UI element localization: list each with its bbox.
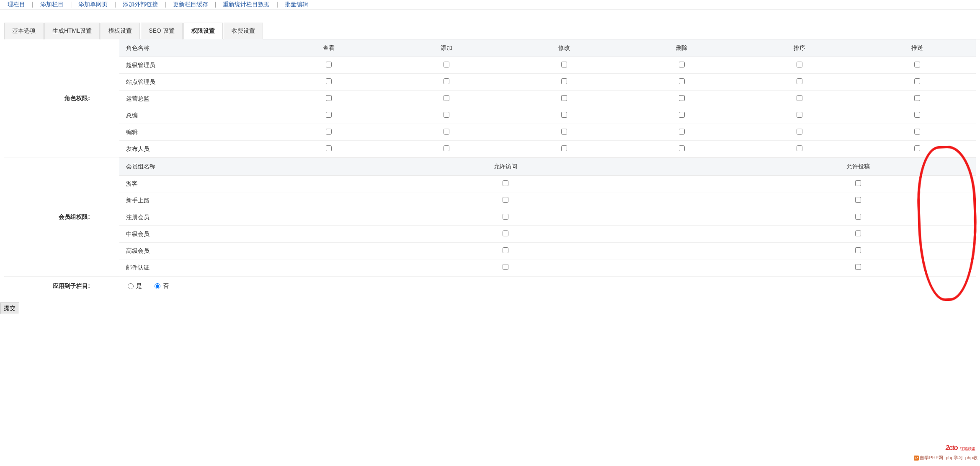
cb-add[interactable] (444, 78, 449, 84)
role-section-label: 角色权限: (4, 39, 119, 158)
cb-add[interactable] (444, 145, 449, 151)
cb-sort[interactable] (797, 129, 802, 135)
role-name: 站点管理员 (119, 78, 270, 86)
tab-fee[interactable]: 收费设置 (224, 23, 263, 39)
cb-sort[interactable] (797, 112, 802, 118)
tab-seo[interactable]: SEO 设置 (141, 23, 182, 39)
cb-submit[interactable] (855, 230, 861, 236)
member-name: 邮件认证 (119, 264, 270, 272)
cb-submit[interactable] (855, 197, 861, 203)
cb-access[interactable] (503, 247, 508, 253)
apply-label: 应用到子栏目: (4, 282, 119, 290)
cb-edit[interactable] (561, 112, 567, 118)
tab-basic[interactable]: 基本选项 (4, 23, 44, 39)
role-header-edit: 修改 (505, 44, 623, 52)
cb-sort[interactable] (797, 145, 802, 151)
role-header-view: 查看 (270, 44, 388, 52)
topnav-item[interactable]: 批量编辑 (281, 0, 312, 9)
cb-edit[interactable] (561, 145, 567, 151)
top-nav: 理栏目| 添加栏目| 添加单网页| 添加外部链接| 更新栏目缓存| 重新统计栏目… (0, 0, 980, 10)
cb-submit[interactable] (855, 264, 861, 270)
topnav-item[interactable]: 理栏目 (4, 0, 28, 9)
tab-html[interactable]: 生成HTML设置 (44, 23, 100, 39)
cb-edit[interactable] (561, 78, 567, 84)
cb-access[interactable] (503, 264, 508, 270)
cb-push[interactable] (914, 129, 920, 135)
member-name: 新手上路 (119, 197, 270, 205)
cb-submit[interactable] (855, 180, 861, 186)
topnav-item[interactable]: 重新统计栏目数据 (219, 0, 273, 9)
topnav-item[interactable]: 添加单网页 (75, 0, 111, 9)
cb-add[interactable] (444, 95, 449, 101)
topnav-item[interactable]: 添加外部链接 (119, 0, 161, 9)
role-name: 总编 (119, 112, 270, 119)
cb-delete[interactable] (679, 145, 685, 151)
cb-view[interactable] (326, 95, 332, 101)
cb-delete[interactable] (679, 112, 685, 118)
cb-edit[interactable] (561, 95, 567, 101)
cb-access[interactable] (503, 230, 508, 236)
member-row: 游客 (119, 176, 976, 192)
cb-add[interactable] (444, 112, 449, 118)
role-table: 角色名称 查看 添加 修改 删除 排序 推送 超级管理员 站点管理员 (119, 39, 976, 158)
role-row: 总编 (119, 107, 976, 124)
cb-view[interactable] (326, 62, 332, 67)
cb-push[interactable] (914, 62, 920, 67)
cb-access[interactable] (503, 197, 508, 203)
cb-sort[interactable] (797, 95, 802, 101)
cb-submit[interactable] (855, 214, 861, 220)
member-name: 中级会员 (119, 230, 270, 238)
tabs-bar: 基本选项 生成HTML设置 模板设置 SEO 设置 权限设置 收费设置 (4, 22, 980, 39)
role-header-add: 添加 (388, 44, 505, 52)
role-row: 站点管理员 (119, 74, 976, 91)
submit-button[interactable]: 提交 (0, 303, 19, 314)
tab-template[interactable]: 模板设置 (101, 23, 140, 39)
cb-view[interactable] (326, 78, 332, 84)
member-row: 注册会员 (119, 209, 976, 226)
role-header-sort: 排序 (740, 44, 858, 52)
cb-delete[interactable] (679, 95, 685, 101)
cb-push[interactable] (914, 95, 920, 101)
cb-edit[interactable] (561, 62, 567, 67)
role-header-push: 推送 (858, 44, 976, 52)
cb-access[interactable] (503, 214, 508, 220)
role-row: 运营总监 (119, 91, 976, 107)
member-header-access: 允许访问 (270, 163, 740, 171)
role-row: 超级管理员 (119, 57, 976, 74)
member-header-submit: 允许投稿 (740, 163, 976, 171)
cb-push[interactable] (914, 112, 920, 118)
cb-push[interactable] (914, 78, 920, 84)
radio-no-input[interactable] (155, 283, 160, 289)
cb-access[interactable] (503, 180, 508, 186)
role-row: 编辑 (119, 124, 976, 141)
cb-delete[interactable] (679, 129, 685, 135)
cb-view[interactable] (326, 145, 332, 151)
cb-submit[interactable] (855, 247, 861, 253)
member-row: 新手上路 (119, 192, 976, 209)
member-permission-section: 会员组权限: 会员组名称 允许访问 允许投稿 游客 新手上路 注册会员 (4, 158, 976, 276)
radio-no[interactable]: 否 (155, 282, 169, 290)
member-name: 高级会员 (119, 247, 270, 255)
cb-add[interactable] (444, 129, 449, 135)
cb-add[interactable] (444, 62, 449, 67)
cb-delete[interactable] (679, 62, 685, 67)
member-row: 高级会员 (119, 243, 976, 259)
member-name: 注册会员 (119, 214, 270, 221)
member-section-label: 会员组权限: (4, 158, 119, 276)
cb-delete[interactable] (679, 78, 685, 84)
cb-view[interactable] (326, 129, 332, 135)
cb-push[interactable] (914, 145, 920, 151)
role-row: 发布人员 (119, 141, 976, 158)
cb-edit[interactable] (561, 129, 567, 135)
cb-view[interactable] (326, 112, 332, 118)
tab-permission[interactable]: 权限设置 (183, 23, 223, 39)
role-header-name: 角色名称 (119, 44, 270, 52)
radio-yes-input[interactable] (128, 283, 134, 289)
topnav-item[interactable]: 添加栏目 (37, 0, 67, 9)
radio-no-label: 否 (163, 282, 169, 290)
radio-yes[interactable]: 是 (128, 282, 142, 290)
member-table-header: 会员组名称 允许访问 允许投稿 (119, 158, 976, 176)
cb-sort[interactable] (797, 78, 802, 84)
cb-sort[interactable] (797, 62, 802, 67)
topnav-item[interactable]: 更新栏目缓存 (170, 0, 211, 9)
